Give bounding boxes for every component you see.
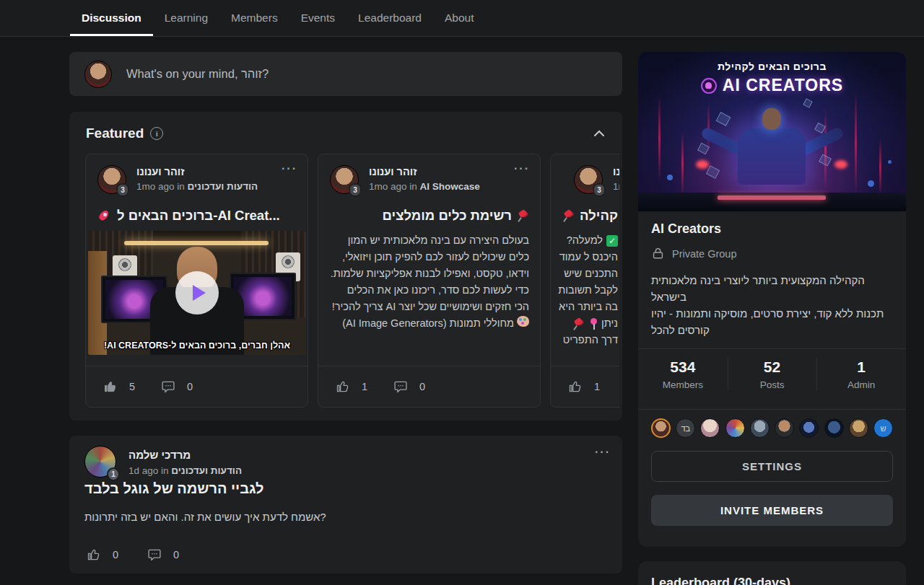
- community-page: { "colors": { "background": "#151718", "…: [0, 0, 924, 585]
- member-avatar[interactable]: [651, 418, 671, 438]
- like-button[interactable]: 1: [568, 379, 600, 394]
- invite-members-button[interactable]: INVITE MEMBERS: [651, 495, 893, 526]
- chevron-up-icon[interactable]: [593, 127, 605, 140]
- lock-icon: [651, 247, 665, 260]
- featured-card-welcome[interactable]: 3 זוהר וענונו 1mo ago in הודעות ועדכונים…: [85, 154, 308, 408]
- thumbs-up-icon: [568, 379, 583, 394]
- body-text-part2: מחוללי תמונות (AI Image Generators): [342, 317, 514, 329]
- settings-button[interactable]: SETTINGS: [651, 451, 893, 482]
- member-avatar[interactable]: [824, 418, 844, 438]
- green-check-emoji-icon: ✓: [606, 235, 618, 247]
- engagement-bar: 0 0: [87, 547, 179, 562]
- comment-count: 0: [173, 549, 179, 560]
- body-text-part1: בעולם היצירה עם בינה מלאכותית יש המון כל…: [331, 234, 529, 312]
- member-avatar[interactable]: בד: [676, 418, 695, 438]
- privacy-row: Private Group: [651, 247, 893, 260]
- member-avatars-row: בד ש: [638, 410, 906, 438]
- card-title[interactable]: קהילה: [557, 206, 618, 225]
- tab-members[interactable]: Members: [219, 0, 289, 36]
- keyboard-glow: [718, 195, 826, 200]
- comment-icon: [393, 379, 408, 394]
- post-category[interactable]: הודעות ועדכונים: [171, 465, 242, 476]
- card-header: 3 זוהר וענונו 1mo ago in: [562, 165, 619, 197]
- group-cover-image: ברוכים הבאים לקהילת AI CREATORS: [638, 52, 906, 211]
- member-avatar[interactable]: [799, 418, 819, 438]
- feed-post[interactable]: 1 מרדכי שלמה 1d ago in הודעות ועדכונים ·…: [69, 436, 622, 573]
- member-avatar[interactable]: [725, 418, 745, 438]
- author-name[interactable]: זוהר וענונו: [613, 166, 619, 177]
- body-line: התכנים שיש: [551, 265, 618, 282]
- engagement-bar: 1 0: [318, 366, 540, 407]
- round-pin-emoji-icon: [589, 318, 598, 330]
- comment-icon: [147, 547, 162, 562]
- post-meta: 1mo ago in הודעות ועדכונים: [136, 181, 258, 192]
- stat-value: 534: [638, 359, 728, 376]
- tab-events[interactable]: Events: [289, 0, 346, 36]
- stat-admin[interactable]: 1 Admin: [816, 349, 906, 399]
- author-name[interactable]: זוהר וענונו: [136, 166, 184, 177]
- card-title-text: רשימת כלים מומלצים: [383, 208, 512, 224]
- like-button[interactable]: 1: [336, 379, 367, 394]
- card-title[interactable]: ברוכים הבאים ל-AI Creat...: [97, 206, 297, 225]
- featured-title: Featured: [86, 126, 144, 141]
- brain-icon: [701, 78, 717, 94]
- post-time: 1d ago in: [128, 465, 169, 476]
- level-badge: 3: [349, 183, 362, 197]
- card-title[interactable]: רשימת כלים מומלצים: [330, 206, 530, 225]
- play-button[interactable]: [175, 271, 219, 315]
- post-body: אשמח לדעת איך עושים את זה. והאם יש בזה י…: [84, 511, 608, 523]
- privacy-label: Private Group: [672, 248, 736, 260]
- comment-icon: [161, 379, 175, 394]
- tab-leaderboard[interactable]: Leaderboard: [346, 0, 433, 36]
- like-button[interactable]: 0: [87, 547, 118, 562]
- stat-posts[interactable]: 52 Posts: [728, 349, 817, 399]
- current-user-avatar[interactable]: [84, 61, 112, 88]
- member-avatar[interactable]: [775, 418, 794, 438]
- like-count: 0: [113, 549, 118, 560]
- more-options-icon[interactable]: ···: [595, 446, 611, 459]
- body-line: לקבל תשובות: [551, 282, 618, 299]
- featured-card-tools[interactable]: 3 זוהר וענונו 1mo ago in AI Showcase ···…: [318, 154, 541, 408]
- more-options-icon[interactable]: ···: [514, 162, 530, 175]
- post-title[interactable]: לגביי הרשמה של גוגל בלבד: [84, 480, 264, 497]
- comment-button[interactable]: 0: [147, 547, 179, 562]
- body-line: היכנס ל עמוד: [551, 249, 618, 265]
- tab-about[interactable]: About: [433, 0, 486, 36]
- like-button[interactable]: 5: [103, 379, 135, 394]
- body-line: דרך התפריט: [551, 332, 618, 348]
- more-options-icon[interactable]: ···: [282, 162, 297, 175]
- card-body-text: ✓למעלה? היכנס ל עמוד התכנים שיש לקבל תשו…: [551, 232, 618, 348]
- like-count: 1: [594, 381, 600, 392]
- post-time: 1mo ago in: [136, 181, 185, 192]
- engagement-bar: 1: [551, 366, 619, 407]
- comment-button[interactable]: 0: [393, 379, 425, 394]
- member-avatar[interactable]: [750, 418, 770, 438]
- group-description: הקהילה המקצועית ביותר ליוצרי בינה מלאכות…: [651, 272, 893, 338]
- member-avatar[interactable]: [700, 418, 720, 438]
- post-category[interactable]: הודעות ועדכונים: [188, 181, 258, 192]
- card-title-text: ברוכים הבאים ל-AI Creat...: [117, 208, 280, 224]
- comment-count: 0: [187, 381, 193, 392]
- author-name[interactable]: מרדכי שלמה: [128, 449, 191, 461]
- post-composer[interactable]: What's on your mind, זוהר?: [69, 52, 622, 96]
- stat-members[interactable]: 534 Members: [638, 349, 728, 399]
- stat-label: Posts: [728, 379, 817, 390]
- post-category[interactable]: AI Showcase: [420, 181, 480, 192]
- member-avatar[interactable]: ש: [873, 418, 893, 438]
- thumbs-up-icon: [336, 379, 350, 394]
- level-badge: 3: [116, 183, 129, 197]
- tab-learning[interactable]: Learning: [153, 0, 219, 36]
- comment-button[interactable]: 0: [161, 379, 193, 394]
- video-thumbnail[interactable]: אהלן חברים, ברוכים הבאים ל-AI CREATORS!: [88, 231, 306, 355]
- member-avatar[interactable]: [849, 418, 868, 438]
- card-header: 3 זוהר וענונו 1mo ago in הודעות ועדכונים…: [97, 165, 297, 197]
- tab-discussion[interactable]: Discussion: [70, 0, 153, 36]
- cover-title-row: AI CREATORS: [638, 76, 906, 95]
- stat-value: 1: [816, 359, 906, 376]
- post-meta: 1mo ago in AI Showcase: [369, 181, 480, 192]
- group-info-card: ברוכים הבאים לקהילת AI CREATORS AI Creat…: [638, 52, 906, 547]
- red-pin-emoji-icon: [562, 209, 575, 222]
- author-name[interactable]: זוהר וענונו: [369, 166, 417, 177]
- featured-card-community[interactable]: 3 זוהר וענונו 1mo ago in קהילה ✓למעלה? ה…: [550, 154, 619, 408]
- info-icon[interactable]: i: [150, 127, 163, 140]
